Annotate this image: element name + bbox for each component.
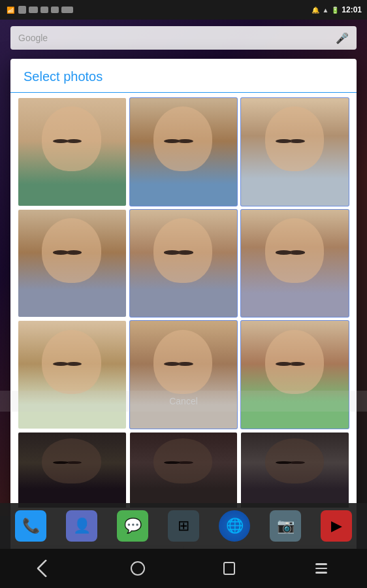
battery-icon: 🔋 (331, 7, 339, 14)
menu-button[interactable] (305, 557, 338, 580)
photo-image-7 (18, 321, 126, 429)
browser-icon: 🌐 (226, 517, 244, 534)
dialog-title: Select photos (24, 69, 343, 84)
nav-icon-all-apps[interactable]: ⊞ (168, 510, 199, 542)
google-label: Google (18, 33, 330, 43)
notification-icon-1 (18, 6, 26, 14)
status-icons-right: 🔔 ▲ 🔋 12:01 (311, 5, 362, 14)
nav-icon-camera[interactable]: 📷 (270, 510, 301, 542)
photo-image-4 (18, 210, 126, 318)
notification-icon-4 (51, 7, 59, 13)
photo-image-12 (241, 433, 349, 508)
signal-icon: 📶 (5, 6, 16, 14)
wifi-icon: ▲ (322, 7, 328, 14)
system-nav-bar (0, 549, 367, 588)
nav-icon-browser[interactable]: 🌐 (219, 510, 250, 542)
all-apps-icon: ⊞ (178, 517, 189, 534)
notification-icon-2 (29, 7, 38, 13)
photo-image-2 (130, 98, 238, 206)
recents-button[interactable] (213, 557, 246, 580)
photo-cell-6[interactable] (241, 210, 349, 318)
photo-image-11 (130, 433, 238, 508)
phone-icon: 📞 (22, 517, 40, 534)
photo-image-3 (241, 98, 349, 206)
photo-cell-7[interactable] (18, 321, 126, 429)
wallpaper: Google 🎤 Select photos (0, 20, 367, 516)
notification-icon-5 (61, 7, 73, 13)
photo-image-5 (130, 210, 238, 318)
mic-icon[interactable]: 🎤 (336, 32, 349, 44)
back-button[interactable] (29, 557, 62, 580)
photo-cell-1[interactable] (18, 98, 126, 206)
google-search-bar-container: Google 🎤 (0, 20, 367, 56)
camera-icon: 📷 (277, 517, 295, 534)
contacts-icon: 👤 (73, 517, 91, 534)
photo-image-9 (241, 321, 349, 429)
nav-icon-messenger[interactable]: 💬 (117, 510, 148, 542)
notification-icon-3 (40, 7, 48, 13)
status-icons-left: 📶 (5, 6, 73, 14)
time-display: 12:01 (342, 5, 362, 14)
photo-grid (10, 93, 357, 546)
nav-icon-phone[interactable]: 📞 (15, 510, 46, 542)
photo-image-6 (241, 210, 349, 318)
status-bar: 📶 🔔 ▲ 🔋 12:01 (0, 0, 367, 20)
photo-cell-3[interactable] (241, 98, 349, 206)
photo-cell-9[interactable] (241, 321, 349, 429)
photo-cell-4[interactable] (18, 210, 126, 318)
photo-image-8 (130, 321, 238, 429)
back-icon (37, 559, 55, 578)
select-photos-dialog: Select photos (10, 59, 357, 580)
nav-icon-play-store[interactable]: ▶ (321, 510, 352, 542)
messenger-icon: 💬 (124, 517, 142, 534)
home-button[interactable] (121, 557, 154, 580)
notification-alert-icon: 🔔 (311, 7, 319, 14)
nav-icon-contacts[interactable]: 👤 (66, 510, 97, 542)
dialog-header: Select photos (10, 59, 357, 93)
photo-cell-5[interactable] (130, 210, 238, 318)
photo-image-1 (18, 98, 126, 206)
play-store-icon: ▶ (331, 517, 342, 534)
bottom-nav: 📞 👤 💬 ⊞ 🌐 📷 ▶ (0, 503, 367, 549)
home-icon (131, 561, 145, 576)
google-search-bar[interactable]: Google 🎤 (10, 26, 357, 50)
photo-image-10 (18, 433, 126, 508)
photo-cell-2[interactable] (130, 98, 238, 206)
photo-cell-8[interactable] (130, 321, 238, 429)
cancel-below-label: Cancel (0, 391, 367, 412)
recents-icon (223, 562, 235, 575)
menu-icon (315, 562, 328, 575)
